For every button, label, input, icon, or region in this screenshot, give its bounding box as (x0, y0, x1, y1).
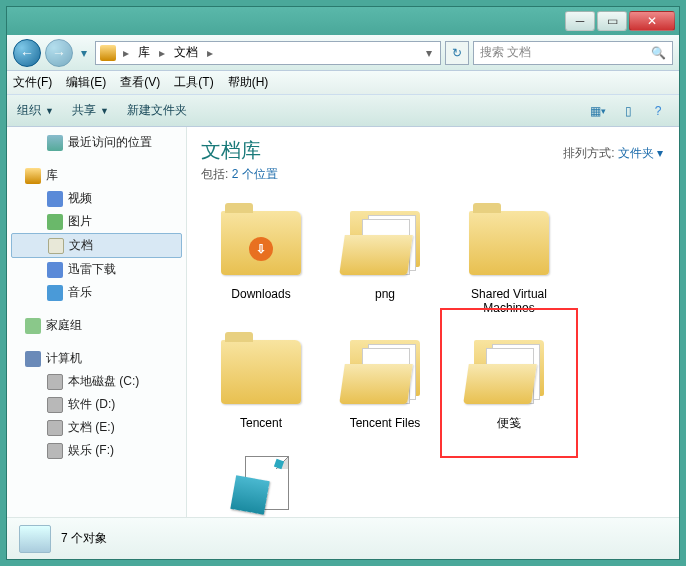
item-thumb (216, 332, 306, 412)
sidebar-library[interactable]: 库 (7, 164, 186, 187)
help-button[interactable]: ? (647, 101, 669, 121)
sidebar-recent[interactable]: 最近访问的位置 (7, 131, 186, 154)
item-label: Tencent (205, 416, 317, 430)
breadcrumb-sep: ▸ (204, 46, 216, 60)
titlebar: ─ ▭ ✕ (7, 7, 679, 35)
address-dropdown[interactable]: ▾ (422, 46, 436, 60)
navigation-pane: 最近访问的位置 库 视频 图片 文档 迅雷下载 音乐 家庭组 计算机 本地磁盘 … (7, 127, 187, 517)
status-icon (19, 525, 51, 553)
search-placeholder: 搜索 文档 (480, 44, 531, 61)
library-subtitle: 包括: 2 个位置 (201, 166, 665, 183)
minimize-button[interactable]: ─ (565, 11, 595, 31)
explorer-window: ─ ▭ ✕ ← → ▾ ▸ 库 ▸ 文档 ▸ ▾ ↻ 搜索 文档 🔍 文件(F)… (6, 6, 680, 560)
content-pane: 文档库 包括: 2 个位置 排列方式: 文件夹 ▾ ⇩DownloadspngS… (187, 127, 679, 517)
status-bar: 7 个对象 (7, 517, 679, 559)
menu-tools[interactable]: 工具(T) (174, 74, 213, 91)
sidebar-computer[interactable]: 计算机 (7, 347, 186, 370)
menu-view[interactable]: 查看(V) (120, 74, 160, 91)
item-thumb (340, 332, 430, 412)
item-label: Downloads (205, 287, 317, 301)
download-icon (47, 262, 63, 278)
drive-icon (47, 443, 63, 459)
search-icon: 🔍 (651, 46, 666, 60)
picture-icon (47, 214, 63, 230)
locations-link[interactable]: 2 个位置 (232, 167, 278, 181)
file-item[interactable]: Tencent Files (325, 328, 445, 434)
sidebar-homegroup[interactable]: 家庭组 (7, 314, 186, 337)
organize-button[interactable]: 组织▼ (17, 102, 54, 119)
sidebar-drive-c[interactable]: 本地磁盘 (C:) (7, 370, 186, 393)
items-grid: ⇩DownloadspngShared Virtual MachinesTenc… (187, 189, 679, 517)
sort-value[interactable]: 文件夹 ▾ (618, 146, 663, 160)
item-thumb (216, 446, 306, 517)
library-icon (100, 45, 116, 61)
share-button[interactable]: 共享▼ (72, 102, 109, 119)
nav-history-dropdown[interactable]: ▾ (77, 43, 91, 63)
sidebar-drive-e[interactable]: 文档 (E:) (7, 416, 186, 439)
preview-pane-button[interactable]: ▯ (617, 101, 639, 121)
sidebar-music[interactable]: 音乐 (7, 281, 186, 304)
view-options-button[interactable]: ▦▾ (587, 101, 609, 121)
address-bar[interactable]: ▸ 库 ▸ 文档 ▸ ▾ (95, 41, 441, 65)
sidebar-videos[interactable]: 视频 (7, 187, 186, 210)
nav-bar: ← → ▾ ▸ 库 ▸ 文档 ▸ ▾ ↻ 搜索 文档 🔍 (7, 35, 679, 71)
sidebar-xunlei[interactable]: 迅雷下载 (7, 258, 186, 281)
item-label: png (329, 287, 441, 301)
menu-file[interactable]: 文件(F) (13, 74, 52, 91)
item-thumb (340, 203, 430, 283)
library-icon (25, 168, 41, 184)
sidebar-documents[interactable]: 文档 (11, 233, 182, 258)
homegroup-icon (25, 318, 41, 334)
sidebar-drive-f[interactable]: 娱乐 (F:) (7, 439, 186, 462)
drive-icon (47, 420, 63, 436)
file-item[interactable]: png (325, 199, 445, 320)
breadcrumb-sep: ▸ (120, 46, 132, 60)
forward-button[interactable]: → (45, 39, 73, 67)
breadcrumb-current[interactable]: 文档 (172, 43, 200, 62)
breadcrumb-sep: ▸ (156, 46, 168, 60)
status-text: 7 个对象 (61, 530, 107, 547)
menu-help[interactable]: 帮助(H) (228, 74, 269, 91)
recent-icon (47, 135, 63, 151)
sidebar-drive-d[interactable]: 软件 (D:) (7, 393, 186, 416)
sort-control[interactable]: 排列方式: 文件夹 ▾ (563, 145, 663, 162)
back-button[interactable]: ← (13, 39, 41, 67)
refresh-button[interactable]: ↻ (445, 41, 469, 65)
item-label: Tencent Files (329, 416, 441, 430)
search-box[interactable]: 搜索 文档 🔍 (473, 41, 673, 65)
video-icon (47, 191, 63, 207)
music-icon (47, 285, 63, 301)
command-bar: 组织▼ 共享▼ 新建文件夹 ▦▾ ▯ ? (7, 95, 679, 127)
menu-edit[interactable]: 编辑(E) (66, 74, 106, 91)
item-thumb: ⇩ (216, 203, 306, 283)
item-thumb (464, 332, 554, 412)
file-item[interactable]: 备份.reg (201, 442, 321, 517)
body: 最近访问的位置 库 视频 图片 文档 迅雷下载 音乐 家庭组 计算机 本地磁盘 … (7, 127, 679, 517)
sidebar-pictures[interactable]: 图片 (7, 210, 186, 233)
new-folder-button[interactable]: 新建文件夹 (127, 102, 187, 119)
item-thumb (464, 203, 554, 283)
content-header: 文档库 包括: 2 个位置 排列方式: 文件夹 ▾ (187, 127, 679, 189)
file-item[interactable]: Shared Virtual Machines (449, 199, 569, 320)
file-item[interactable]: ⇩Downloads (201, 199, 321, 320)
item-label: 便笺 (453, 416, 565, 430)
item-label: Shared Virtual Machines (453, 287, 565, 316)
drive-icon (47, 374, 63, 390)
drive-icon (47, 397, 63, 413)
breadcrumb-root[interactable]: 库 (136, 43, 152, 62)
maximize-button[interactable]: ▭ (597, 11, 627, 31)
file-item[interactable]: 便笺 (449, 328, 569, 434)
menu-bar: 文件(F) 编辑(E) 查看(V) 工具(T) 帮助(H) (7, 71, 679, 95)
close-button[interactable]: ✕ (629, 11, 675, 31)
computer-icon (25, 351, 41, 367)
file-item[interactable]: Tencent (201, 328, 321, 434)
document-icon (48, 238, 64, 254)
